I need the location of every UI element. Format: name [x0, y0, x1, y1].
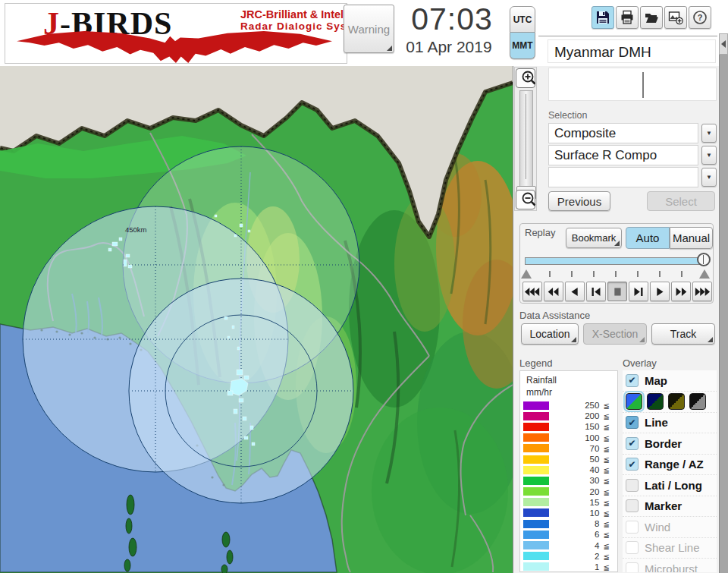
skip-start-icon[interactable] [586, 282, 606, 301]
mmt-button[interactable]: MMT [510, 33, 535, 59]
legend-item: 6 ≦ [520, 529, 617, 540]
stop-icon[interactable] [607, 282, 627, 301]
range-ring-label: 450km [125, 225, 147, 234]
svg-text:?: ? [698, 13, 703, 22]
collapse-panel-icon[interactable] [719, 33, 728, 55]
checkbox-marker[interactable] [626, 499, 639, 512]
chevron-down-icon[interactable]: ▼ [701, 168, 717, 187]
track-button[interactable]: Track [651, 323, 715, 345]
checkbox-border[interactable]: ✔ [626, 437, 639, 450]
side-strip [719, 0, 728, 573]
fast-forward-3-icon[interactable] [692, 282, 712, 301]
help-icon[interactable]: ? [689, 6, 711, 29]
fast-rewind-2-icon[interactable] [544, 282, 563, 301]
map-style-swatch-3[interactable] [668, 393, 685, 410]
previous-button[interactable]: Previous [548, 191, 610, 211]
range-end-marker[interactable] [699, 269, 710, 279]
replay-label: Replay [525, 227, 555, 238]
zoom-slider-track[interactable] [519, 90, 533, 187]
map-style-row [623, 391, 717, 412]
dropdown-composite-value[interactable]: Composite [548, 123, 698, 143]
legend-color-swatch [523, 433, 549, 442]
legend-value: 200 ≦ [549, 411, 617, 420]
legend-value: 30 ≦ [549, 476, 617, 485]
zoom-in-icon[interactable] [516, 68, 535, 88]
legend-color-swatch [523, 477, 549, 485]
play-icon[interactable] [650, 282, 670, 301]
panel-edge [719, 55, 728, 573]
print-icon[interactable] [616, 6, 639, 29]
station-list-box[interactable] [548, 68, 717, 101]
legend-color-swatch [523, 530, 549, 539]
location-button[interactable]: Location [521, 323, 579, 345]
legend-value: 50 ≦ [549, 455, 617, 464]
map-zoom-control [514, 67, 537, 211]
legend-item: 4 ≦ [520, 540, 617, 550]
range-start-marker[interactable] [521, 269, 532, 279]
manual-button[interactable]: Manual [670, 227, 713, 249]
utc-button[interactable]: UTC [510, 6, 535, 33]
legend-value: 20 ≦ [549, 487, 617, 496]
overlay-item-label: Range / AZ [645, 458, 704, 471]
overlay-label: Overlay [623, 357, 657, 369]
legend-color-swatch [523, 562, 549, 571]
checkbox-wind [626, 521, 639, 534]
legend-item: 250 ≦ [520, 400, 617, 411]
replay-slider-handle[interactable] [697, 253, 711, 266]
open-folder-icon[interactable] [640, 6, 663, 29]
overlay-item-label: Microburst [645, 562, 698, 572]
select-button[interactable]: Select [647, 191, 715, 211]
chevron-down-icon[interactable]: ▼ [701, 124, 717, 143]
legend-color-swatch [523, 466, 549, 474]
fast-rewind-3-icon[interactable] [522, 282, 542, 301]
skip-end-icon[interactable] [629, 282, 648, 301]
checkbox-line[interactable]: ✔ [626, 416, 639, 429]
add-image-icon[interactable] [664, 6, 687, 29]
x-section-button[interactable]: X-Section [583, 323, 647, 345]
checkbox-lati-long[interactable] [626, 479, 639, 492]
play-reverse-icon[interactable] [565, 282, 585, 301]
legend-color-swatch [523, 444, 549, 452]
map-style-swatch-2[interactable] [647, 393, 664, 410]
legend-value: 150 ≦ [549, 422, 617, 431]
checkbox-map[interactable]: ✔ [626, 374, 639, 387]
fast-forward-2-icon[interactable] [671, 282, 691, 301]
legend-color-swatch [523, 508, 549, 517]
legend-value: 250 ≦ [549, 401, 617, 410]
legend-item: 50 ≦ [520, 454, 617, 464]
legend-item: 150 ≦ [520, 421, 617, 432]
radar-map[interactable]: 450km [0, 66, 513, 573]
legend-item: 40 ≦ [520, 464, 617, 475]
legend-value: 1 ≦ [549, 562, 617, 571]
dropdown-empty-value[interactable] [548, 167, 698, 187]
legend-value: 2 ≦ [549, 552, 617, 561]
checkbox-range-az[interactable]: ✔ [626, 458, 639, 471]
map-style-swatch-1[interactable] [626, 393, 642, 410]
warning-button[interactable]: Warning [344, 5, 394, 53]
station-name-field[interactable]: Myanmar DMH [548, 39, 716, 63]
overlay-item-label: Shear Line [645, 541, 700, 554]
map-canvas: 450km [0, 66, 513, 573]
overlay-row-marker: Marker [623, 496, 717, 517]
overlay-items: ✔Map✔Line✔Border✔Range / AZLati / LongMa… [623, 370, 717, 572]
chevron-down-icon[interactable]: ▼ [701, 146, 717, 165]
save-icon[interactable] [592, 6, 614, 29]
control-panel: Selection Composite ▼ Surface R Compo ▼ … [513, 66, 719, 573]
legend-item: 15 ≦ [520, 497, 617, 508]
checkbox-microburst [626, 562, 639, 572]
dropdown-product-value[interactable]: Surface R Compo [548, 145, 698, 165]
auto-button[interactable]: Auto [626, 227, 670, 249]
selection-label: Selection [548, 110, 587, 121]
zoom-out-icon[interactable] [516, 190, 535, 209]
legend-item: 1 ≦ [520, 562, 617, 572]
legend-color-swatch [523, 552, 549, 560]
overlay-item-label: Line [645, 416, 668, 429]
legend-item: 70 ≦ [520, 443, 617, 454]
clock-time: 07:03 [394, 0, 510, 38]
text-caret [642, 72, 644, 98]
replay-progress-track[interactable] [525, 257, 708, 265]
bookmark-button[interactable]: Bookmark [566, 228, 622, 248]
dropdown-empty: ▼ [548, 167, 717, 187]
map-style-swatch-4[interactable] [689, 393, 706, 410]
legend-label: Legend [519, 357, 552, 369]
